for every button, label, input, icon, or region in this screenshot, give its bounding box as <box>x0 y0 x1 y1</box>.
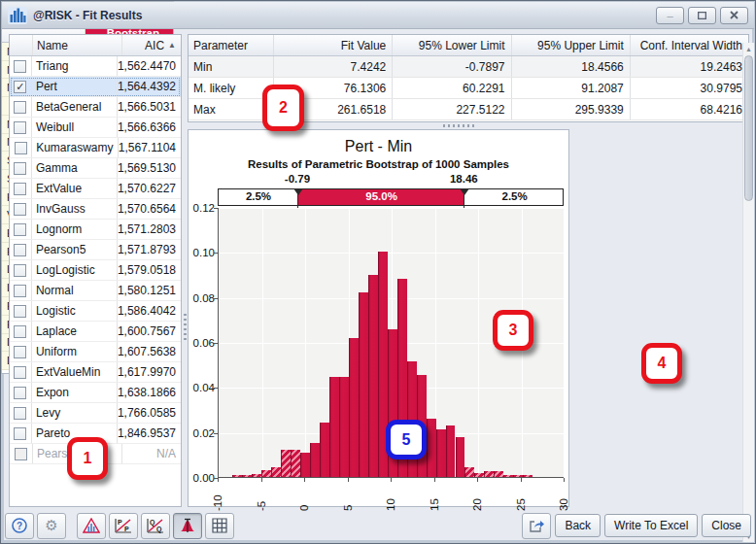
distribution-name[interactable]: Pearson5 <box>32 240 118 259</box>
x-axis-tick-label: -10 <box>212 482 223 511</box>
distribution-checkbox[interactable] <box>14 285 26 297</box>
minimize-icon: _ <box>667 7 672 17</box>
distribution-name[interactable]: Laplace <box>32 322 118 341</box>
statistics-scrollbar[interactable]: ▲ ▼ <box>742 43 754 542</box>
distribution-checkbox[interactable] <box>14 60 26 73</box>
distribution-checkbox[interactable] <box>14 427 26 440</box>
distribution-aic-value: 1,562.4470 <box>118 59 181 73</box>
distribution-name[interactable]: Gamma <box>32 158 118 178</box>
close-window-button[interactable] <box>720 7 748 24</box>
distribution-name[interactable]: BetaGeneral <box>32 97 118 117</box>
distribution-checkbox[interactable] <box>15 142 27 154</box>
distribution-row[interactable]: Uniform1,607.5638 <box>10 342 181 362</box>
distribution-checkbox[interactable] <box>14 264 26 277</box>
distribution-checkbox[interactable] <box>14 244 26 256</box>
distribution-row[interactable]: Pearson51,571.8793 <box>10 240 181 260</box>
export-button[interactable] <box>522 513 551 539</box>
distribution-name[interactable]: Triang <box>32 56 118 76</box>
distribution-row[interactable]: Weibull1,566.6366 <box>10 118 181 138</box>
distribution-checkbox[interactable] <box>14 325 26 338</box>
distribution-row[interactable]: BetaGeneral1,566.5031 <box>10 97 181 118</box>
close-button[interactable]: Close <box>702 514 751 537</box>
callout-badge-2: 2 <box>262 85 304 131</box>
distribution-name[interactable]: Normal <box>32 281 118 300</box>
x-axis-tick <box>218 478 219 482</box>
maximize-button[interactable] <box>688 7 716 24</box>
distribution-checkbox[interactable] <box>14 183 26 195</box>
param-column-header: 95% Upper Limit <box>512 35 631 55</box>
distribution-checkbox-cell <box>10 158 32 178</box>
distribution-row[interactable]: Triang1,562.4470 <box>10 56 181 77</box>
bootstrap-view-button[interactable] <box>173 513 202 539</box>
horizontal-gridline <box>219 208 564 209</box>
comparison-graph-button[interactable] <box>77 513 106 539</box>
settings-button[interactable]: ⚙ <box>37 513 66 539</box>
distribution-checkbox[interactable] <box>14 387 26 399</box>
param-value: -0.7897 <box>393 56 511 77</box>
chart-title: Pert - Min <box>189 138 568 155</box>
distribution-name[interactable]: Pert <box>32 77 118 96</box>
qq-plot-button[interactable]: Q Q <box>141 513 170 539</box>
param-column-header: Fit Value <box>274 35 393 55</box>
distribution-name[interactable]: Kumaraswamy <box>32 138 119 157</box>
distribution-row[interactable]: Gamma1,569.5130 <box>10 158 181 179</box>
histogram-bar <box>427 419 436 477</box>
data-grid-button[interactable] <box>205 513 234 539</box>
distribution-name[interactable]: InvGauss <box>32 199 118 219</box>
distribution-row[interactable]: Laplace1,600.7567 <box>10 322 181 342</box>
scroll-up-icon[interactable]: ▲ <box>743 43 754 54</box>
band-delimiter-marker[interactable] <box>293 188 303 195</box>
pp-plot-button[interactable]: P P <box>109 513 138 539</box>
distribution-name[interactable]: ExtValueMin <box>32 362 118 382</box>
distribution-checkbox[interactable] <box>14 366 26 379</box>
distribution-checkbox[interactable] <box>14 305 26 318</box>
x-axis-tick-label: 20 <box>471 482 483 511</box>
distribution-checkbox[interactable] <box>14 203 26 216</box>
distribution-checkbox[interactable]: ✓ <box>14 81 26 93</box>
distribution-checkbox-cell <box>10 138 32 157</box>
distribution-checkbox[interactable] <box>14 101 26 114</box>
distribution-name[interactable]: ExtValue <box>32 179 118 198</box>
distribution-checkbox[interactable] <box>14 162 26 175</box>
distribution-row[interactable]: InvGauss1,570.6564 <box>10 199 181 220</box>
help-button[interactable]: ? <box>5 513 34 539</box>
aic-column-header[interactable]: AIC ▲ <box>122 39 181 52</box>
distribution-row[interactable]: Normal1,580.1251 <box>10 281 181 301</box>
distribution-name[interactable]: Weibull <box>32 118 118 137</box>
probability-band[interactable]: 2.5%95.0%2.5% <box>218 188 564 206</box>
distribution-row[interactable]: Expon1,638.1866 <box>10 383 181 403</box>
distribution-row[interactable]: ExtValue1,570.6227 <box>10 179 181 199</box>
distribution-name[interactable]: Uniform <box>32 342 118 361</box>
distribution-checkbox[interactable] <box>14 346 26 358</box>
distribution-name[interactable]: LogLogistic <box>32 260 118 280</box>
distribution-row[interactable]: Kumaraswamy1,567.1104 <box>10 138 181 158</box>
distribution-row[interactable]: Lognorm1,571.2803 <box>10 220 181 240</box>
y-axis-tick-label: 0.12 <box>189 202 215 214</box>
y-axis-tick-label: 0.10 <box>189 247 215 258</box>
horizontal-splitter-grip[interactable] <box>443 124 474 127</box>
distribution-checkbox-cell <box>10 444 33 463</box>
name-column-header[interactable]: Name <box>33 35 122 55</box>
histogram-bar <box>300 453 310 477</box>
distribution-checkbox[interactable] <box>14 121 26 134</box>
distribution-row[interactable]: ExtValueMin1,617.9970 <box>10 362 181 383</box>
distribution-row[interactable]: ✓Pert1,564.4392 <box>10 77 181 97</box>
distribution-checkbox[interactable] <box>14 407 26 420</box>
distribution-name[interactable]: Lognorm <box>32 220 118 239</box>
distribution-list-header[interactable]: Name AIC ▲ <box>10 35 181 56</box>
band-delimiter-marker[interactable] <box>460 188 469 195</box>
distribution-checkbox[interactable] <box>14 223 26 236</box>
distribution-row[interactable]: Logistic1,586.4042 <box>10 301 181 322</box>
scrollbar-thumb[interactable] <box>744 55 753 201</box>
distribution-name[interactable]: Logistic <box>32 301 118 321</box>
distribution-row[interactable]: Levy1,766.0585 <box>10 403 181 424</box>
write-to-excel-button[interactable]: Write To Excel <box>604 514 698 537</box>
back-button[interactable]: Back <box>555 514 601 537</box>
distribution-row[interactable]: LogLogistic1,579.0518 <box>10 260 181 281</box>
distribution-name[interactable]: Levy <box>32 403 118 423</box>
minimize-button[interactable]: _ <box>656 7 684 24</box>
param-value: 60.2291 <box>393 78 511 98</box>
distribution-checkbox[interactable] <box>15 448 27 460</box>
vertical-splitter-grip[interactable] <box>184 314 187 343</box>
distribution-name[interactable]: Expon <box>32 383 118 402</box>
